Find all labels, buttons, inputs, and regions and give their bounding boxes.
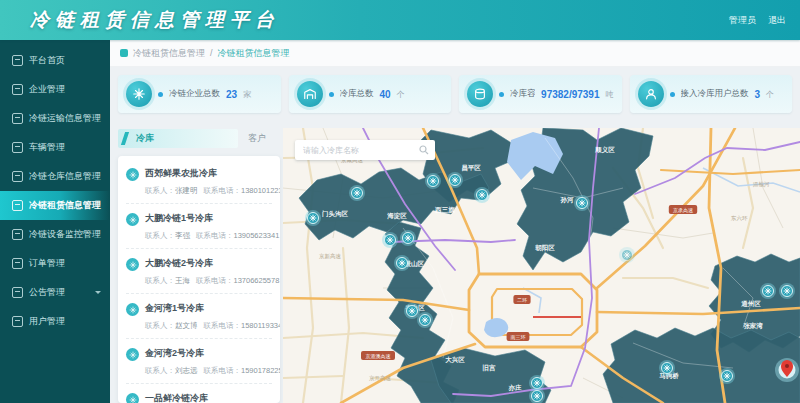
sidebar-item[interactable]: 订单管理 xyxy=(0,249,110,278)
snowflake-icon xyxy=(422,317,428,323)
road-label-text: 京承高速 xyxy=(673,207,693,213)
stat-card: 冷链企业总数23家 xyxy=(118,75,281,113)
list-item[interactable]: 大鹏冷链2号冷库联系人：王海联系电话：13706625578 xyxy=(126,249,272,294)
phone-number: 13905623341 xyxy=(234,231,280,241)
stat-unit: 吨 xyxy=(606,89,614,100)
map-marker[interactable] xyxy=(305,210,321,226)
list-item-body: 金河湾1号冷库联系人：赵文博联系电话：15801193344 xyxy=(145,302,280,331)
stat-value: 40 xyxy=(380,89,391,100)
snowflake-icon xyxy=(624,252,630,258)
snowflake-icon xyxy=(132,87,146,101)
map-marker[interactable] xyxy=(779,283,795,299)
home-icon xyxy=(12,55,23,66)
bullet-dot xyxy=(329,92,334,97)
list-item[interactable]: 一品鲜冷链冷库联系人：陈晨联系电话：13511028867 xyxy=(126,384,272,403)
sidebar-item[interactable]: 冷链仓库信息管理 xyxy=(0,162,110,191)
stat-icon-circle xyxy=(638,81,664,107)
map-marker[interactable] xyxy=(760,283,776,299)
map-search-input[interactable] xyxy=(301,145,415,156)
sidebar-item[interactable]: 企业管理 xyxy=(0,75,110,104)
map-marker[interactable] xyxy=(394,255,410,271)
sidebar-item[interactable]: 公告管理 xyxy=(0,278,110,307)
stat-icon-circle xyxy=(467,81,493,107)
logout-link[interactable]: 退出 xyxy=(768,14,786,27)
sidebar-item-active[interactable]: 冷链租赁信息管理 xyxy=(0,191,110,220)
map-marker[interactable] xyxy=(474,187,490,203)
snowflake-icon xyxy=(430,178,436,184)
list-item-body: 金河湾2号冷库联系人：刘志远联系电话：15901782256 xyxy=(145,347,280,376)
app-header: 冷链租赁信息管理平台 管理员 退出 xyxy=(0,0,800,40)
content-area: 冷库客户 西郊鲜果农批冷库联系人：张建明联系电话：13801012233大鹏冷链… xyxy=(110,128,800,403)
sidebar-menu: 平台首页企业管理冷链运输信息管理车辆管理冷链仓库信息管理冷链租赁信息管理冷链设备… xyxy=(0,40,110,336)
list-item-body: 一品鲜冷链冷库联系人：陈晨联系电话：13511028867 xyxy=(145,392,280,403)
tab-active[interactable]: 冷库 xyxy=(118,129,238,148)
building-icon xyxy=(12,84,23,95)
user-name[interactable]: 管理员 xyxy=(729,14,756,27)
snowflake-icon xyxy=(129,306,137,314)
district-label: 大兴区 xyxy=(445,356,465,364)
snowflake-icon xyxy=(784,288,790,294)
map-search-box[interactable] xyxy=(295,140,435,160)
map-marker[interactable] xyxy=(425,173,441,189)
storage-meta: 联系人：李强联系电话：13905623341 xyxy=(145,231,280,241)
stat-label: 冷链企业总数 xyxy=(169,88,220,100)
sidebar-item-label: 平台首页 xyxy=(29,54,65,67)
sidebar-item[interactable]: 冷链运输信息管理 xyxy=(0,104,110,133)
car-icon xyxy=(12,142,23,153)
map-marker[interactable] xyxy=(619,247,635,263)
map-marker[interactable] xyxy=(719,368,735,384)
list-item[interactable]: 大鹏冷链1号冷库联系人：李强联系电话：13905623341 xyxy=(126,204,272,249)
cold-storage-icon xyxy=(126,258,139,271)
snowflake-icon xyxy=(129,216,137,224)
search-icon[interactable] xyxy=(419,145,429,155)
contact-label: 联系人： xyxy=(145,231,175,241)
storage-title: 一品鲜冷链冷库 xyxy=(145,392,280,403)
map-marker[interactable] xyxy=(404,303,420,319)
sidebar-item-label: 冷链运输信息管理 xyxy=(29,112,101,125)
map-marker[interactable] xyxy=(382,232,398,248)
map-marker[interactable] xyxy=(417,312,433,328)
storage-title: 西郊鲜果农批冷库 xyxy=(145,167,280,180)
minor-road xyxy=(341,248,349,403)
phone-label: 联系电话： xyxy=(196,231,234,241)
snowflake-icon xyxy=(354,190,360,196)
storage-list[interactable]: 西郊鲜果农批冷库联系人：张建明联系电话：13801012233大鹏冷链1号冷库联… xyxy=(118,156,280,403)
location-pin[interactable] xyxy=(775,358,799,382)
storage-panel: 冷库客户 西郊鲜果农批冷库联系人：张建明联系电话：13801012233大鹏冷链… xyxy=(118,128,280,403)
bullet-dot xyxy=(670,92,675,97)
map[interactable]: 京承高速京港澳高速二环南三环京藏高速京新高速温榆河东六环京开高速门头沟区海淀区西… xyxy=(283,128,800,403)
list-item[interactable]: 金河湾2号冷库联系人：刘志远联系电话：15901782256 xyxy=(126,339,272,384)
warehouse-icon xyxy=(303,87,317,101)
user-icon xyxy=(12,316,23,327)
phone-number: 13801012233 xyxy=(241,186,280,196)
district-label: 旧宫 xyxy=(483,364,497,372)
district-label: 孙河 xyxy=(560,196,575,204)
sidebar-item[interactable]: 平台首页 xyxy=(0,46,110,75)
sidebar-item-label: 冷链仓库信息管理 xyxy=(29,170,101,183)
storage-meta: 联系人：赵文博联系电话：15801193344 xyxy=(145,321,280,331)
stat-label: 冷库总数 xyxy=(340,88,374,100)
map-marker[interactable] xyxy=(447,172,463,188)
sidebar-item[interactable]: 冷链设备监控管理 xyxy=(0,220,110,249)
map-marker[interactable] xyxy=(574,195,590,211)
breadcrumb: 冷链租赁信息管理 / 冷链租赁信息管理 xyxy=(110,40,800,67)
tab-inactive[interactable]: 客户 xyxy=(238,129,276,148)
breadcrumb-first[interactable]: 冷链租赁信息管理 xyxy=(133,47,205,60)
contact-name: 刘志远 xyxy=(175,366,198,376)
map-marker[interactable] xyxy=(400,230,416,246)
snowflake-icon xyxy=(479,192,485,198)
district-label: 张家湾 xyxy=(743,322,763,330)
map-canvas[interactable]: 京承高速京港澳高速二环南三环京藏高速京新高速温榆河东六环京开高速门头沟区海淀区西… xyxy=(283,128,800,403)
list-item[interactable]: 西郊鲜果农批冷库联系人：张建明联系电话：13801012233 xyxy=(126,159,272,204)
sidebar-item[interactable]: 用户管理 xyxy=(0,307,110,336)
map-marker[interactable] xyxy=(349,185,365,201)
storage-meta: 联系人：刘志远联系电话：15901782256 xyxy=(145,366,280,376)
map-marker[interactable] xyxy=(659,360,675,376)
sidebar-item[interactable]: 车辆管理 xyxy=(0,133,110,162)
list-item[interactable]: 金河湾1号冷库联系人：赵文博联系电话：15801193344 xyxy=(126,294,272,339)
storage-title: 大鹏冷链2号冷库 xyxy=(145,257,280,270)
road-name-label: 京新高速 xyxy=(319,253,342,259)
stat-icon-circle xyxy=(297,81,323,107)
district-label: 昌平区 xyxy=(461,164,481,172)
list-item-body: 西郊鲜果农批冷库联系人：张建明联系电话：13801012233 xyxy=(145,167,280,196)
